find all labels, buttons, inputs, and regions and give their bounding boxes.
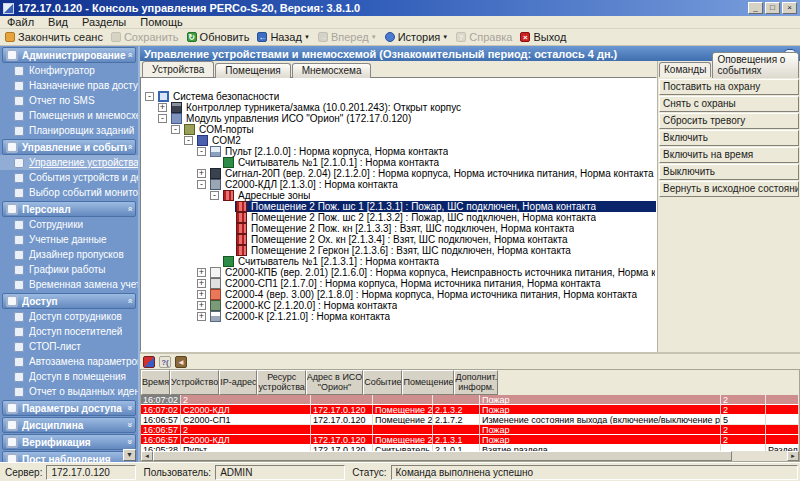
command-button[interactable]: Сбросить тревогу [659, 113, 799, 129]
sidebar-item[interactable]: События устройств и дейст... [0, 170, 138, 185]
expand-toggle-icon[interactable] [197, 279, 206, 288]
expand-toggle-icon[interactable] [197, 290, 206, 299]
menu-item[interactable]: Помощь [133, 16, 190, 28]
toolbar-button[interactable]: → Вперед ▼ [315, 30, 382, 44]
sidebar-section-header[interactable]: Персонал » [2, 201, 136, 217]
tree-item[interactable]: COM-порты [141, 124, 656, 135]
command-button[interactable]: Вернуть в исходное состояние [659, 181, 799, 197]
column-header[interactable]: Адрес в ИСО "Орион" [306, 370, 363, 395]
column-header[interactable]: Помещение [402, 370, 454, 395]
toolbar-button[interactable]: × Выход ▼ [517, 30, 571, 44]
tree-item[interactable]: Помещение 2 Пож. шс 2 [2.1.3.2] : Пожар,… [141, 212, 656, 223]
table-row[interactable]: 16:07:02 С2000-КДЛ 172.17.0.120 Помещени… [141, 405, 799, 415]
tree-item-content[interactable]: COM2 [196, 135, 656, 146]
dropdown-arrow-icon[interactable]: ▼ [371, 34, 377, 40]
tree-item[interactable]: Адресные зоны [141, 190, 656, 201]
door-exit-icon[interactable]: ◄ [175, 356, 187, 368]
expand-toggle-icon[interactable] [171, 125, 180, 134]
chevron-icon[interactable]: » [124, 52, 134, 57]
expand-toggle-icon[interactable] [184, 136, 193, 145]
tree-item[interactable]: Считыватель №1 [2.1.3.1] : Норма контакт… [141, 256, 656, 267]
tree-item[interactable]: Помещение 2 Геркон [2.1.3.6] : Взят, ШС … [141, 245, 656, 256]
sidebar-section-header[interactable]: Администрирование » [2, 47, 136, 63]
sidebar-item[interactable]: СТОП-лист [0, 339, 138, 354]
column-header[interactable]: Ресурс устройства [257, 370, 305, 395]
sidebar-scroll-down-button[interactable]: ▼ [123, 449, 136, 461]
tree-item-content[interactable]: С2000-СП1 [2.1.7.0] : Норма корпуса, Нор… [209, 278, 656, 289]
sidebar-item[interactable]: Назначение прав доступа о... [0, 78, 138, 93]
sidebar-section-header[interactable]: Пост наблюдения » [2, 451, 136, 462]
sidebar-section-header[interactable]: Доступ » [2, 293, 136, 309]
expand-toggle-icon[interactable] [197, 147, 206, 156]
expand-toggle-icon[interactable] [158, 103, 167, 112]
column-header[interactable]: IP-адрес [219, 370, 257, 395]
horizontal-scrollbar[interactable]: ◄ ► [140, 451, 800, 462]
flag-icon[interactable] [143, 356, 155, 368]
tree-item-content[interactable]: С2000-КПБ (вер. 2.01) [2.1.6.0] : Норма … [209, 267, 656, 278]
expand-toggle-icon[interactable] [145, 92, 154, 101]
tree-item-content[interactable]: Контроллер турникета/замка (10.0.201.243… [170, 102, 656, 113]
column-header[interactable]: Дополнит. информ. [454, 370, 498, 395]
tree-item[interactable]: Считыватель №1 [2.1.0.1] : Норма контакт… [141, 157, 656, 168]
main-tab[interactable]: Помещения [215, 63, 290, 78]
command-button[interactable]: Снять с охраны [659, 96, 799, 112]
sidebar-item[interactable]: Планировщик заданий [0, 123, 138, 138]
maximize-button[interactable]: □ [765, 2, 780, 14]
tree-item[interactable]: С2000-КДЛ [2.1.3.0] : Норма контакта [141, 179, 656, 190]
commands-tab[interactable]: Оповещения о событиях [712, 52, 799, 78]
tree-item-content[interactable]: С2000-К [2.1.21.0] : Норма контакта [209, 311, 656, 322]
tree-item-content[interactable]: Модуль управления ИСО "Орион" (172.17.0.… [170, 113, 656, 124]
dropdown-arrow-icon[interactable]: ▼ [304, 34, 310, 40]
tree-item[interactable]: Пульт [2.1.0.0] : Норма корпуса, Норма к… [141, 146, 656, 157]
expand-toggle-icon[interactable] [158, 114, 167, 123]
command-button[interactable]: Поставить на охрану [659, 79, 799, 95]
sidebar-item[interactable]: Автозамена параметров до... [0, 354, 138, 369]
main-tab[interactable]: Мнемосхема [292, 63, 372, 78]
close-button[interactable]: × [782, 2, 797, 14]
toolbar-button[interactable]: Закончить сеанс ▼ [2, 30, 108, 44]
menu-item[interactable]: Разделы [75, 16, 133, 28]
chevron-icon[interactable]: » [124, 298, 134, 303]
sidebar-item[interactable]: Доступ в помещения [0, 369, 138, 384]
chevron-icon[interactable]: » [124, 405, 134, 410]
tree-item-content[interactable]: Помещение 2 Пож. шс 1 [2.1.3.1] : Пожар,… [235, 201, 656, 212]
sidebar-item[interactable]: Доступ сотрудников [0, 309, 138, 324]
tree-item[interactable]: С2000-4 (вер. 3.00) [2.1.8.0] : Норма ко… [141, 289, 656, 300]
tree-item[interactable]: С2000-КС [2.1.20.0] : Норма контакта [141, 300, 656, 311]
main-tab[interactable]: Устройства [142, 61, 214, 77]
column-header[interactable]: Событие [363, 370, 402, 395]
sidebar-section-header[interactable]: Параметры доступа » [2, 400, 136, 416]
menu-item[interactable]: Файл [0, 16, 41, 28]
sidebar-item[interactable]: Отчет по SMS [0, 93, 138, 108]
toolbar-button[interactable]: История ▼ [382, 30, 454, 44]
tree-item[interactable]: С2000-СП1 [2.1.7.0] : Норма корпуса, Нор… [141, 278, 656, 289]
tree-item[interactable]: Контроллер турникета/замка (10.0.201.243… [141, 102, 656, 113]
sidebar-item[interactable]: Учетные данные [0, 232, 138, 247]
sidebar-section-header[interactable]: Дисциплина » [2, 417, 136, 433]
tree-item-content[interactable]: Помещение 2 Пож. шс 2 [2.1.3.2] : Пожар,… [235, 212, 656, 223]
expand-toggle-icon[interactable] [197, 268, 206, 277]
tree-item[interactable]: С2000-К [2.1.21.0] : Норма контакта [141, 311, 656, 322]
command-button[interactable]: Выключить [659, 164, 799, 180]
tree-item[interactable]: COM2 [141, 135, 656, 146]
tree-item-content[interactable]: COM-порты [183, 124, 656, 135]
sidebar-section-header[interactable]: Верификация » [2, 434, 136, 450]
sidebar-section-header[interactable]: Управление и события » [2, 139, 136, 155]
tree-item-content[interactable]: Адресные зоны [222, 190, 656, 201]
command-button[interactable]: Включить на время [659, 147, 799, 163]
dropdown-arrow-icon[interactable]: ▼ [442, 34, 448, 40]
expand-toggle-icon[interactable] [197, 180, 206, 189]
tree-item[interactable]: Помещение 2 Ох. кн [2.1.3.4] : Взят, ШС … [141, 234, 656, 245]
menu-item[interactable]: Вид [41, 16, 75, 28]
sidebar-item[interactable]: Временная замена учетных ... [0, 277, 138, 292]
scroll-right-icon[interactable]: ► [787, 451, 799, 461]
tree-item[interactable]: С2000-КПБ (вер. 2.01) [2.1.6.0] : Норма … [141, 267, 656, 278]
tree-item-content[interactable]: Пульт [2.1.0.0] : Норма корпуса, Норма к… [209, 146, 656, 157]
sidebar-item[interactable]: Сотрудники [0, 217, 138, 232]
sidebar-item[interactable]: Управление устройствами и... [0, 155, 138, 170]
toolbar-button[interactable]: ↻ Обновить ▼ [184, 30, 255, 44]
query-icon[interactable]: ?( [159, 356, 171, 368]
table-row[interactable]: 16:06:57 2 Пожар 2 [141, 425, 799, 435]
chevron-icon[interactable]: » [124, 422, 134, 427]
table-row[interactable]: 16:06:57 С2000-КДЛ 172.17.0.120 Помещени… [141, 435, 799, 445]
